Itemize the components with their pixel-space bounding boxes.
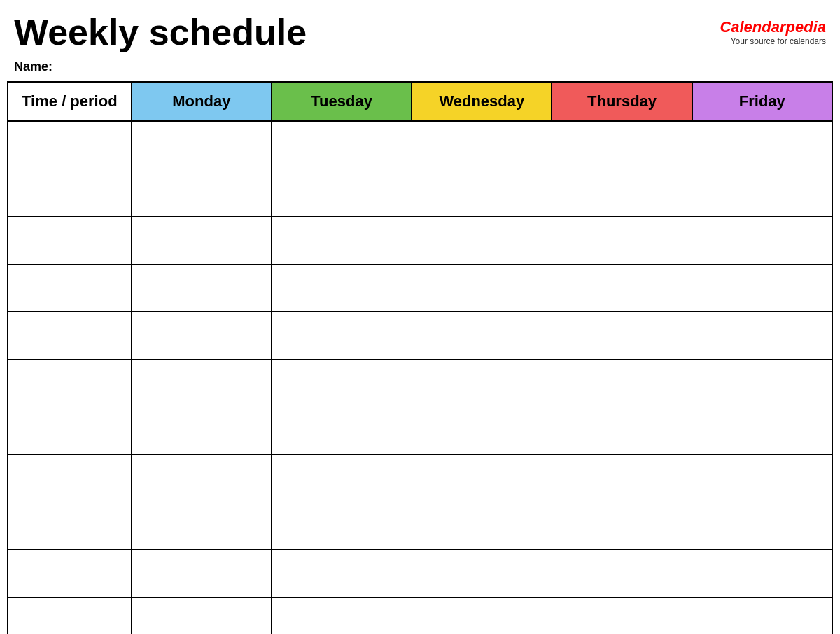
table-cell[interactable] [8, 216, 132, 264]
table-cell[interactable] [412, 359, 552, 407]
table-row [8, 454, 832, 502]
table-cell[interactable] [552, 311, 692, 359]
table-cell[interactable] [272, 597, 412, 634]
table-cell[interactable] [272, 311, 412, 359]
table-cell[interactable] [132, 169, 272, 216]
table-row [8, 407, 832, 454]
table-cell[interactable] [8, 311, 132, 359]
table-cell[interactable] [132, 454, 272, 502]
table-cell[interactable] [8, 407, 132, 454]
table-cell[interactable] [692, 454, 832, 502]
table-header: Time / period Monday Tuesday Wednesday T… [8, 82, 832, 121]
logo: Calendarpedia Your source for calendars [720, 13, 826, 46]
table-cell[interactable] [132, 407, 272, 454]
table-cell[interactable] [8, 121, 132, 169]
table-cell[interactable] [552, 454, 692, 502]
header-tuesday: Tuesday [272, 82, 412, 121]
table-cell[interactable] [132, 311, 272, 359]
table-cell[interactable] [692, 169, 832, 216]
table-cell[interactable] [132, 549, 272, 597]
table-cell[interactable] [552, 216, 692, 264]
table-cell[interactable] [692, 216, 832, 264]
table-row [8, 311, 832, 359]
table-cell[interactable] [132, 216, 272, 264]
table-cell[interactable] [272, 549, 412, 597]
table-cell[interactable] [692, 502, 832, 549]
table-cell[interactable] [552, 549, 692, 597]
table-row [8, 359, 832, 407]
schedule-container: Time / period Monday Tuesday Wednesday T… [0, 81, 840, 634]
header-thursday: Thursday [552, 82, 692, 121]
table-cell[interactable] [8, 549, 132, 597]
header-monday: Monday [132, 82, 272, 121]
table-cell[interactable] [692, 407, 832, 454]
table-cell[interactable] [552, 264, 692, 311]
table-cell[interactable] [8, 264, 132, 311]
table-cell[interactable] [8, 454, 132, 502]
page-header: Weekly schedule Calendarpedia Your sourc… [0, 0, 840, 55]
table-cell[interactable] [412, 216, 552, 264]
table-cell[interactable] [692, 597, 832, 634]
table-cell[interactable] [272, 502, 412, 549]
logo-name-part1: Calendar [720, 18, 785, 36]
table-cell[interactable] [132, 121, 272, 169]
table-body [8, 121, 832, 634]
table-cell[interactable] [552, 169, 692, 216]
table-row [8, 264, 832, 311]
table-row [8, 216, 832, 264]
table-cell[interactable] [552, 502, 692, 549]
table-cell[interactable] [8, 359, 132, 407]
table-cell[interactable] [412, 407, 552, 454]
table-cell[interactable] [8, 169, 132, 216]
table-cell[interactable] [132, 359, 272, 407]
table-cell[interactable] [552, 407, 692, 454]
table-cell[interactable] [272, 216, 412, 264]
table-cell[interactable] [272, 454, 412, 502]
logo-text: Calendarpedia [720, 18, 826, 36]
table-cell[interactable] [8, 597, 132, 634]
header-row: Time / period Monday Tuesday Wednesday T… [8, 82, 832, 121]
table-cell[interactable] [272, 264, 412, 311]
logo-tagline: Your source for calendars [720, 36, 826, 46]
table-row [8, 121, 832, 169]
table-row [8, 549, 832, 597]
table-cell[interactable] [692, 359, 832, 407]
table-cell[interactable] [692, 264, 832, 311]
table-cell[interactable] [132, 264, 272, 311]
header-time-period: Time / period [8, 82, 132, 121]
table-cell[interactable] [412, 549, 552, 597]
table-cell[interactable] [552, 359, 692, 407]
table-cell[interactable] [272, 359, 412, 407]
table-cell[interactable] [412, 597, 552, 634]
table-cell[interactable] [132, 597, 272, 634]
table-cell[interactable] [552, 121, 692, 169]
schedule-table: Time / period Monday Tuesday Wednesday T… [7, 81, 833, 634]
header-friday: Friday [692, 82, 832, 121]
table-cell[interactable] [132, 502, 272, 549]
table-cell[interactable] [272, 407, 412, 454]
table-row [8, 502, 832, 549]
table-cell[interactable] [412, 169, 552, 216]
header-wednesday: Wednesday [412, 82, 552, 121]
page-title: Weekly schedule [14, 13, 307, 52]
logo-name-part2: pedia [786, 18, 826, 36]
table-row [8, 597, 832, 634]
table-cell[interactable] [412, 264, 552, 311]
table-cell[interactable] [552, 597, 692, 634]
table-cell[interactable] [272, 121, 412, 169]
table-row [8, 169, 832, 216]
table-cell[interactable] [412, 311, 552, 359]
table-cell[interactable] [692, 549, 832, 597]
name-row: Name: [0, 55, 840, 81]
table-cell[interactable] [412, 502, 552, 549]
name-label: Name: [14, 59, 52, 73]
table-cell[interactable] [8, 502, 132, 549]
table-cell[interactable] [412, 454, 552, 502]
table-cell[interactable] [412, 121, 552, 169]
table-cell[interactable] [272, 169, 412, 216]
table-cell[interactable] [692, 121, 832, 169]
table-cell[interactable] [692, 311, 832, 359]
